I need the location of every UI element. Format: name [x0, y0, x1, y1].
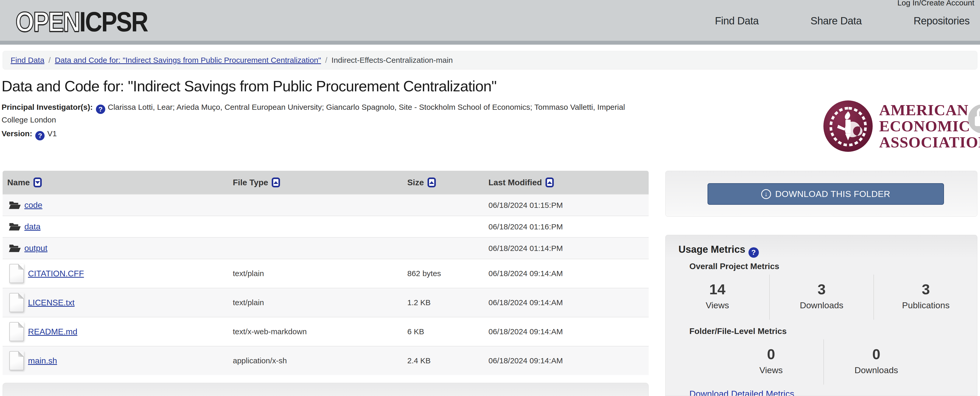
pi-names: Clarissa Lotti, Lear; Arieda Muço, Centr… [2, 103, 625, 124]
sort-asc-icon[interactable] [272, 177, 280, 187]
breadcrumb: Find Data / Data and Code for: "Indirect… [3, 51, 977, 70]
breadcrumb-current: Indirect-Effects-Centralization-main [332, 56, 453, 65]
help-icon[interactable] [748, 247, 759, 258]
breadcrumb-separator: / [48, 56, 51, 65]
metric-views: 14 Views [665, 275, 769, 320]
metric-folder-downloads: 0 Downloads [823, 339, 929, 385]
file-icon [10, 351, 24, 370]
breadcrumb-separator: / [325, 56, 327, 65]
aea-wordmark: AMERICAN ECONOMIC ASSOCIATION [879, 102, 980, 150]
folder-link[interactable]: data [24, 222, 40, 232]
usage-metrics-card: Usage Metrics Overall Project Metrics 14… [665, 235, 977, 396]
folder-link[interactable]: output [24, 243, 48, 253]
aea-seal-icon [822, 100, 873, 152]
aea-line1: AMERICAN [879, 102, 980, 118]
nav-share-data[interactable]: Share Data [810, 15, 862, 27]
download-detailed-metrics-link[interactable]: Download Detailed Metrics [689, 389, 794, 396]
principal-investigators: Principal Investigator(s):Clarissa Lotti… [2, 101, 644, 126]
folder-metrics-heading: Folder/File-Level Metrics [689, 326, 787, 336]
help-icon[interactable] [35, 131, 45, 141]
folder-metrics-row: 0 Views 0 Downloads [719, 339, 929, 385]
download-card: DOWNLOAD THIS FOLDER [665, 171, 977, 217]
next-section-panel [3, 383, 649, 396]
login-create-account-link[interactable]: Log In/Create Account [897, 0, 974, 7]
nav-repositories[interactable]: Repositories [914, 15, 970, 27]
page: OPENICPSR Log In/Create Account Find Dat… [0, 0, 980, 396]
header-divider [0, 41, 980, 45]
file-icon [10, 264, 24, 283]
overall-metrics-heading: Overall Project Metrics [689, 262, 780, 271]
sort-desc-icon[interactable] [33, 177, 42, 187]
file-table-header: Name File Type Size Last Modified [3, 171, 649, 194]
overall-metrics-row: 14 Views 3 Downloads 3 Publications [665, 275, 977, 320]
site-header: OPENICPSR Log In/Create Account Find Dat… [0, 0, 980, 41]
table-row: LICENSE.txt text/plain 1.2 KB 06/18/2024… [3, 288, 649, 317]
file-icon [10, 293, 24, 312]
column-header-name[interactable]: Name [3, 177, 228, 187]
sort-asc-icon[interactable] [428, 177, 436, 187]
openicpsr-logo[interactable]: OPENICPSR [16, 6, 148, 38]
folder-icon [9, 222, 21, 232]
column-header-last-modified[interactable]: Last Modified [484, 177, 649, 187]
file-link[interactable]: CITATION.CFF [28, 269, 84, 278]
breadcrumb-find-data[interactable]: Find Data [11, 56, 45, 65]
folder-icon [9, 244, 21, 253]
table-row: data 06/18/2024 01:16:PM [3, 216, 649, 237]
metric-folder-views: 0 Views [719, 339, 823, 385]
table-row: CITATION.CFF text/plain 862 bytes 06/18/… [3, 259, 649, 288]
table-row: output 06/18/2024 01:14:PM [3, 237, 649, 259]
download-this-folder-button[interactable]: DOWNLOAD THIS FOLDER [708, 183, 944, 205]
file-table: Name File Type Size Last Modified code [3, 171, 649, 375]
metric-publications: 3 Publications [873, 275, 977, 320]
page-title: Data and Code for: "Indirect Savings fro… [2, 77, 496, 95]
table-row: code 06/18/2024 01:15:PM [3, 194, 649, 216]
version-row: Version:V1 [2, 129, 57, 141]
download-icon [761, 189, 771, 199]
file-link[interactable]: README.md [28, 327, 77, 337]
table-row: README.md text/x-web-markdown 6 KB 06/18… [3, 317, 649, 346]
column-header-size[interactable]: Size [402, 177, 484, 187]
aea-line3: ASSOCIATION [879, 134, 980, 150]
usage-metrics-title: Usage Metrics [678, 244, 762, 258]
pi-label: Principal Investigator(s): [2, 103, 93, 111]
logo-open-text: OPEN [16, 6, 80, 37]
file-link[interactable]: main.sh [28, 356, 57, 366]
folder-link[interactable]: code [24, 200, 42, 210]
nav-find-data[interactable]: Find Data [715, 15, 759, 27]
folder-icon [9, 201, 21, 210]
table-row: main.sh application/x-sh 2.4 KB 06/18/20… [3, 346, 649, 375]
aea-logo: AMERICAN ECONOMIC ASSOCIATION [822, 100, 980, 155]
main-nav: Find Data Share Data Repositories [715, 15, 970, 27]
help-icon[interactable] [96, 105, 105, 114]
metric-downloads: 3 Downloads [769, 275, 873, 320]
version-value: V1 [47, 129, 57, 138]
file-link[interactable]: LICENSE.txt [28, 298, 75, 308]
sort-asc-icon[interactable] [546, 177, 554, 187]
logo-icpsr-text: ICPSR [80, 6, 148, 37]
version-label: Version: [2, 129, 32, 138]
file-icon [10, 322, 24, 341]
aea-line2: ECONOMIC [879, 118, 980, 134]
breadcrumb-project-link[interactable]: Data and Code for: "Indirect Savings fro… [55, 56, 321, 65]
column-header-file-type[interactable]: File Type [228, 177, 402, 187]
